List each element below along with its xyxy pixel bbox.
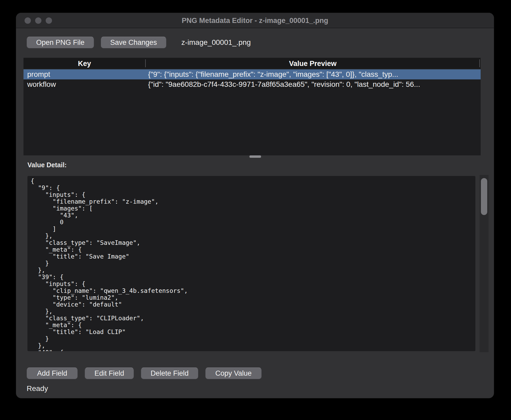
current-filename-label: z-image_00001_.png: [181, 37, 251, 48]
detail-scrollbar-track[interactable]: [480, 175, 489, 352]
add-field-button[interactable]: Add Field: [27, 367, 78, 379]
value-detail-editor[interactable]: { "9": { "inputs": { "filename_prefix": …: [27, 176, 475, 351]
edit-field-button[interactable]: Edit Field: [85, 367, 134, 379]
table-header: Key Value Preview: [23, 58, 481, 69]
app-window: PNG Metadata Editor - z-image_00001_.png…: [16, 13, 494, 398]
row-key-cell: workflow: [23, 80, 145, 89]
value-detail-label: Value Detail:: [27, 161, 67, 169]
splitter-handle[interactable]: [249, 155, 261, 158]
column-header-key[interactable]: Key: [23, 58, 145, 69]
column-divider[interactable]: [145, 59, 146, 67]
open-png-file-button[interactable]: Open PNG File: [27, 37, 94, 48]
row-value-preview-cell: {"id": "9ae6082b-c7f4-433c-9971-7a8f65a3…: [145, 80, 481, 89]
value-detail-text: { "9": { "inputs": { "filename_prefix": …: [31, 178, 472, 351]
save-changes-button[interactable]: Save Changes: [101, 37, 166, 48]
window-title: PNG Metadata Editor - z-image_00001_.png: [16, 13, 494, 28]
column-header-value-preview[interactable]: Value Preview: [145, 58, 480, 69]
row-value-preview-cell: {"9": {"inputs": {"filename_prefix": "z-…: [145, 70, 481, 79]
table-row-workflow[interactable]: workflow {"id": "9ae6082b-c7f4-433c-9971…: [23, 79, 481, 89]
table-row-prompt[interactable]: prompt {"9": {"inputs": {"filename_prefi…: [23, 69, 481, 79]
title-bar[interactable]: PNG Metadata Editor - z-image_00001_.png: [16, 13, 494, 28]
row-key-cell: prompt: [23, 70, 145, 79]
status-bar-text: Ready: [27, 384, 48, 393]
delete-field-button[interactable]: Delete Field: [141, 367, 198, 379]
metadata-table[interactable]: Key Value Preview prompt {"9": {"inputs"…: [23, 58, 481, 155]
copy-value-button[interactable]: Copy Value: [205, 367, 262, 379]
column-divider-right: [479, 59, 480, 67]
detail-scrollbar-thumb[interactable]: [481, 178, 487, 215]
